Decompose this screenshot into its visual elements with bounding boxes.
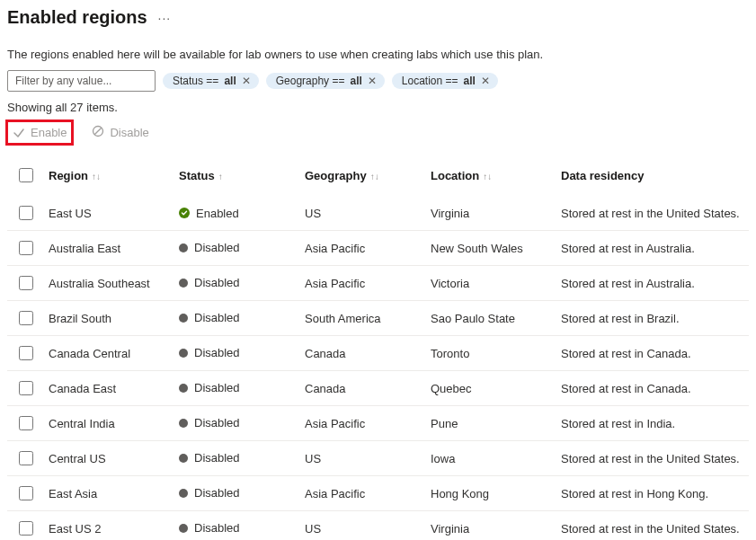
- col-status[interactable]: Status↑: [173, 158, 299, 196]
- row-checkbox[interactable]: [19, 451, 33, 465]
- geography-cell: Canada: [299, 371, 425, 406]
- geography-cell: US: [299, 511, 425, 541]
- close-icon[interactable]: ✕: [242, 75, 251, 86]
- region-cell: East US: [43, 196, 173, 231]
- status-cell: Disabled: [173, 511, 299, 541]
- filter-chip-location[interactable]: Location == all ✕: [392, 73, 498, 89]
- row-checkbox[interactable]: [19, 486, 33, 500]
- row-checkbox[interactable]: [19, 276, 33, 290]
- status-cell: Disabled: [173, 441, 299, 476]
- location-cell: Toronto: [425, 336, 556, 371]
- status-text: Disabled: [194, 276, 240, 289]
- region-cell: East Asia: [43, 476, 173, 511]
- status-disabled-icon: [179, 243, 188, 252]
- chip-label: Location ==: [402, 75, 458, 86]
- dataresidency-cell: Stored at rest in India.: [556, 406, 749, 441]
- row-checkbox[interactable]: [19, 416, 33, 430]
- sort-icon: ↑↓: [483, 172, 492, 181]
- status-cell: Disabled: [173, 371, 299, 406]
- status-disabled-icon: [179, 314, 188, 323]
- region-cell: Canada East: [43, 371, 173, 406]
- region-cell: Canada Central: [43, 336, 173, 371]
- location-cell: Quebec: [425, 371, 556, 406]
- table-row: Australia EastDisabledAsia PacificNew So…: [7, 231, 749, 266]
- region-cell: Brazil South: [43, 301, 173, 336]
- filter-row: Status == all ✕ Geography == all ✕ Locat…: [7, 70, 749, 92]
- filter-chip-status[interactable]: Status == all ✕: [163, 73, 259, 89]
- table-row: Brazil SouthDisabledSouth AmericaSao Pau…: [7, 301, 749, 336]
- sort-up-icon: ↑: [218, 172, 223, 181]
- table-row: Australia SoutheastDisabledAsia PacificV…: [7, 266, 749, 301]
- status-text: Disabled: [194, 521, 240, 535]
- sort-icon: ↑↓: [92, 172, 101, 181]
- status-enabled-icon: [179, 208, 190, 218]
- enable-button[interactable]: Enable: [7, 121, 72, 144]
- table-row: East USEnabledUSVirginiaStored at rest i…: [7, 196, 749, 231]
- regions-table: Region↑↓ Status↑ Geography↑↓ Location↑↓ …: [7, 158, 749, 540]
- dataresidency-cell: Stored at rest in Hong Kong.: [556, 476, 749, 511]
- table-row: Canada EastDisabledCanadaQuebecStored at…: [7, 371, 749, 406]
- dataresidency-cell: Stored at rest in Australia.: [556, 231, 749, 266]
- more-icon[interactable]: ···: [158, 11, 172, 25]
- status-disabled-icon: [179, 349, 188, 358]
- col-geography[interactable]: Geography↑↓: [299, 158, 425, 196]
- region-cell: East US 2: [43, 511, 173, 541]
- location-cell: Sao Paulo State: [425, 301, 556, 336]
- dataresidency-cell: Stored at rest in Brazil.: [556, 301, 749, 336]
- row-checkbox[interactable]: [19, 521, 33, 536]
- status-disabled-icon: [179, 524, 188, 533]
- table-row: Canada CentralDisabledCanadaTorontoStore…: [7, 336, 749, 371]
- toolbar: Enable Disable: [7, 121, 749, 144]
- table-row: Central USDisabledUSIowaStored at rest i…: [7, 441, 749, 476]
- location-cell: Iowa: [425, 441, 556, 476]
- close-icon[interactable]: ✕: [481, 75, 490, 86]
- table-row: East US 2DisabledUSVirginiaStored at res…: [7, 511, 749, 541]
- filter-input[interactable]: [7, 70, 156, 92]
- col-region[interactable]: Region↑↓: [43, 158, 173, 196]
- status-text: Disabled: [194, 311, 240, 324]
- geography-cell: South America: [299, 301, 425, 336]
- status-text: Enabled: [196, 207, 239, 220]
- region-cell: Central India: [43, 406, 173, 441]
- row-checkbox[interactable]: [19, 311, 33, 325]
- dataresidency-cell: Stored at rest in Canada.: [556, 371, 749, 406]
- close-icon[interactable]: ✕: [368, 75, 377, 86]
- status-cell: Disabled: [173, 406, 299, 441]
- geography-cell: Canada: [299, 336, 425, 371]
- col-dataresidency[interactable]: Data residency: [556, 158, 749, 196]
- enable-label: Enable: [31, 126, 67, 139]
- status-disabled-icon: [179, 279, 188, 288]
- region-cell: Central US: [43, 441, 173, 476]
- row-checkbox[interactable]: [19, 381, 33, 395]
- status-cell: Enabled: [173, 196, 299, 231]
- filter-chip-geography[interactable]: Geography == all ✕: [266, 73, 385, 89]
- status-text: Disabled: [194, 416, 240, 429]
- location-cell: New South Wales: [425, 231, 556, 266]
- page-title: Enabled regions: [7, 7, 147, 28]
- status-cell: Disabled: [173, 476, 299, 511]
- chip-label: Status ==: [173, 75, 218, 86]
- location-cell: Virginia: [425, 511, 556, 541]
- dataresidency-cell: Stored at rest in the United States.: [556, 511, 749, 541]
- dataresidency-cell: Stored at rest in the United States.: [556, 196, 749, 231]
- location-cell: Pune: [425, 406, 556, 441]
- region-cell: Australia Southeast: [43, 266, 173, 301]
- col-location[interactable]: Location↑↓: [425, 158, 556, 196]
- status-cell: Disabled: [173, 336, 299, 371]
- geography-cell: Asia Pacific: [299, 266, 425, 301]
- location-cell: Hong Kong: [425, 476, 556, 511]
- geography-cell: Asia Pacific: [299, 406, 425, 441]
- disable-label: Disable: [110, 126, 148, 139]
- select-all-checkbox[interactable]: [19, 168, 33, 182]
- status-disabled-icon: [179, 419, 188, 428]
- row-checkbox[interactable]: [19, 206, 33, 220]
- checkmark-icon: [13, 127, 25, 139]
- row-checkbox[interactable]: [19, 346, 33, 360]
- status-cell: Disabled: [173, 301, 299, 336]
- svg-line-1: [95, 128, 102, 135]
- table-row: East AsiaDisabledAsia PacificHong KongSt…: [7, 476, 749, 511]
- row-checkbox[interactable]: [19, 241, 33, 255]
- status-disabled-icon: [179, 454, 188, 463]
- disable-button[interactable]: Disable: [86, 121, 154, 144]
- geography-cell: Asia Pacific: [299, 231, 425, 266]
